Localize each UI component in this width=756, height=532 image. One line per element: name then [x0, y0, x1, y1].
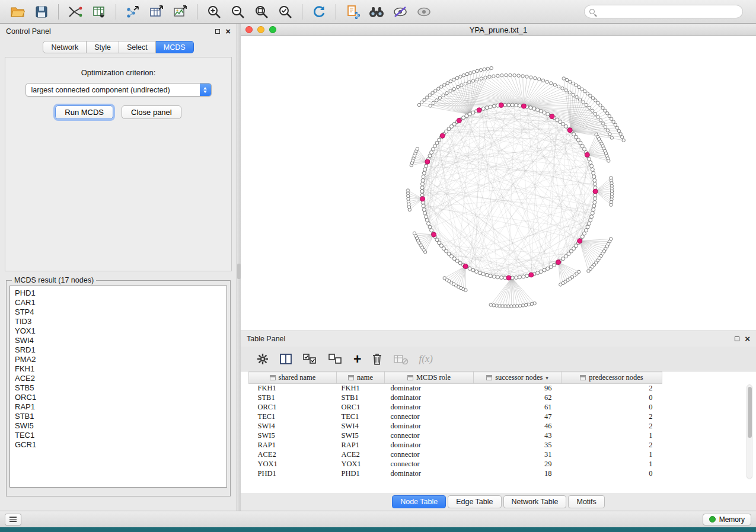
mcds-result-item[interactable]: TID3 [15, 317, 227, 326]
table-cell-filler [662, 441, 753, 450]
optimization-criterion-select[interactable]: largest connected component (undirected) [25, 83, 212, 97]
table-cell-filler [662, 469, 753, 479]
memory-button[interactable]: Memory [703, 514, 751, 525]
column-menu-icon[interactable] [270, 375, 276, 380]
table-cell: 1 [562, 431, 662, 441]
tab-style[interactable]: Style [87, 41, 119, 53]
mcds-result-item[interactable]: SWI4 [15, 336, 227, 345]
split-columns-icon[interactable] [279, 350, 292, 368]
zoom-out-icon[interactable] [226, 2, 250, 21]
mcds-result-item[interactable]: STB5 [15, 383, 227, 393]
import-table-icon[interactable] [87, 2, 111, 21]
status-menu-button[interactable] [5, 514, 21, 525]
zoom-selected-icon[interactable] [273, 2, 297, 21]
mcds-result-item[interactable]: PMA2 [15, 355, 227, 364]
table-cell: PHD1 [249, 469, 337, 479]
settings-icon[interactable] [256, 350, 269, 368]
table-row[interactable]: PHD1PHD1dominator180 [249, 469, 753, 479]
table-row[interactable]: YOX1YOX1connector291 [249, 460, 753, 469]
table-cell: SWI4 [249, 422, 337, 431]
tab-edge-table[interactable]: Edge Table [448, 495, 501, 508]
show-glyphs-icon[interactable] [412, 2, 436, 21]
table-cell: 47 [474, 412, 562, 422]
tab-node-table[interactable]: Node Table [392, 495, 446, 508]
refresh-view-icon[interactable] [307, 2, 331, 21]
float-table-panel-icon[interactable] [735, 336, 739, 341]
mcds-result-item[interactable]: CAR1 [15, 298, 227, 307]
mcds-result-item[interactable]: ACE2 [15, 374, 227, 383]
table-row[interactable]: SWI5SWI5connector431 [249, 431, 753, 441]
mcds-result-item[interactable]: SRD1 [15, 345, 227, 355]
table-row[interactable]: FKH1FKH1dominator962 [249, 384, 753, 393]
search-input[interactable] [599, 8, 738, 16]
tab-motifs[interactable]: Motifs [568, 495, 604, 508]
close-panel-icon[interactable]: × [225, 28, 231, 34]
mcds-result-item[interactable]: TEC1 [15, 431, 227, 440]
column-menu-icon[interactable] [348, 375, 354, 380]
network-canvas[interactable] [241, 36, 756, 331]
table-tab-bar: Node TableEdge TableNetwork TableMotifs [241, 493, 756, 511]
control-panel-tabs: NetworkStyleSelectMCDS [0, 41, 237, 53]
close-table-panel-icon[interactable]: × [745, 336, 750, 342]
tab-select[interactable]: Select [119, 41, 156, 53]
node-table-area: shared namenameMCDS rolesuccessor nodes▾… [241, 371, 756, 493]
table-row[interactable]: SWI4SWI4dominator462 [249, 422, 753, 431]
tab-network[interactable]: Network [43, 41, 87, 53]
table-row[interactable]: ACE2ACE2connector311 [249, 450, 753, 460]
column-menu-icon[interactable] [407, 375, 413, 380]
hide-glyphs-icon[interactable] [388, 2, 412, 21]
mcds-result-item[interactable]: GCR1 [15, 440, 227, 450]
table-row[interactable]: TEC1TEC1connector472 [249, 412, 753, 422]
open-folder-icon[interactable] [6, 2, 30, 21]
column-header-MCDS-role[interactable]: MCDS role [385, 372, 474, 384]
table-row[interactable]: STB1STB1dominator620 [249, 393, 753, 403]
column-menu-icon[interactable] [580, 375, 586, 380]
delete-row-icon[interactable] [371, 350, 383, 368]
application-window: Control Panel × NetworkStyleSelectMCDS O… [0, 0, 756, 527]
mcds-result-box: MCDS result (17 nodes) PHD1CAR1STP4TID3Y… [6, 276, 231, 496]
save-icon[interactable] [30, 2, 53, 21]
mcds-result-item[interactable]: STP4 [15, 307, 227, 317]
column-menu-icon[interactable] [486, 375, 492, 380]
table-row[interactable]: ORC1ORC1dominator610 [249, 403, 753, 412]
mcds-result-item[interactable]: FKH1 [15, 364, 227, 374]
mcds-result-item[interactable]: ORC1 [15, 393, 227, 402]
mcds-result-item[interactable]: RAP1 [15, 402, 227, 412]
table-scrollbar[interactable] [747, 384, 752, 479]
mcds-result-title: MCDS result (17 nodes) [12, 276, 96, 284]
tab-network-table[interactable]: Network Table [503, 495, 567, 508]
table-scrollbar-thumb[interactable] [748, 387, 752, 438]
mcds-result-item[interactable]: STB1 [15, 412, 227, 421]
column-header-name[interactable]: name [337, 372, 385, 384]
search-binoculars-icon[interactable] [365, 2, 388, 21]
tab-mcds[interactable]: MCDS [156, 41, 194, 53]
table-cell: RAP1 [337, 441, 385, 450]
network-graph[interactable] [241, 36, 754, 329]
run-mcds-button[interactable]: Run MCDS [55, 105, 113, 119]
add-row-icon[interactable]: + [353, 350, 361, 368]
export-table-icon[interactable] [145, 2, 168, 21]
zoom-fit-icon[interactable] [250, 2, 273, 21]
deselect-all-icon[interactable] [328, 350, 343, 368]
close-panel-button[interactable]: Close panel [122, 105, 181, 119]
export-network-icon[interactable] [121, 2, 145, 21]
function-builder-icon[interactable]: f(x) [419, 350, 433, 368]
import-network-icon[interactable] [63, 2, 87, 21]
mcds-result-item[interactable]: YOX1 [15, 326, 227, 336]
select-all-icon[interactable] [302, 350, 318, 368]
float-panel-icon[interactable] [215, 29, 220, 34]
mcds-result-item[interactable]: SWI5 [15, 421, 227, 431]
table-row[interactable]: RAP1RAP1dominator352 [249, 441, 753, 450]
export-image-icon[interactable] [168, 2, 192, 21]
column-header-shared-name[interactable]: shared name [249, 372, 337, 384]
copy-document-icon[interactable] [341, 2, 365, 21]
table-cell: connector [385, 450, 474, 460]
clear-table-icon[interactable] [393, 350, 409, 368]
column-header-successor-nodes[interactable]: successor nodes▾ [474, 372, 562, 384]
hamburger-icon [9, 517, 17, 522]
table-cell: 2 [562, 422, 662, 431]
mcds-result-item[interactable]: PHD1 [15, 289, 227, 298]
zoom-in-icon[interactable] [202, 2, 226, 21]
table-cell: 0 [562, 393, 662, 403]
column-header-predecessor-nodes[interactable]: predecessor nodes [562, 372, 662, 384]
